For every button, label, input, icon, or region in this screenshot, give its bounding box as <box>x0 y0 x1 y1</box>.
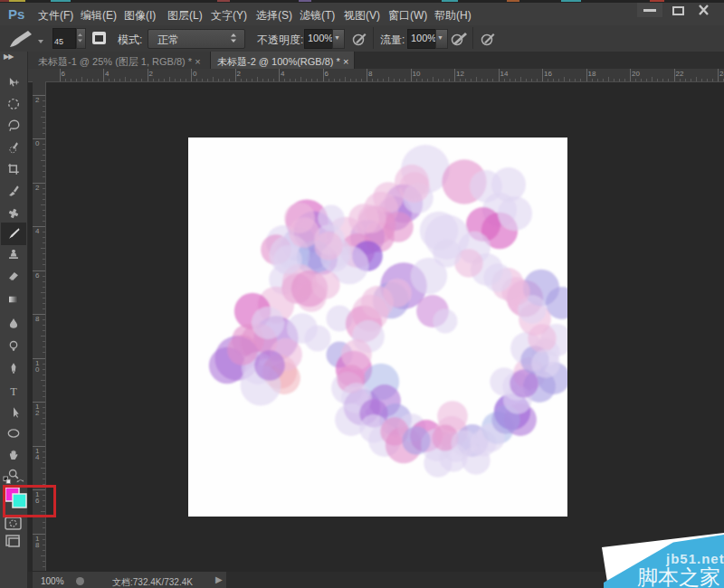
svg-text:T: T <box>10 385 17 398</box>
svg-text:脚本之家: 脚本之家 <box>637 565 720 588</box>
svg-text:jb51.net: jb51.net <box>665 551 724 566</box>
